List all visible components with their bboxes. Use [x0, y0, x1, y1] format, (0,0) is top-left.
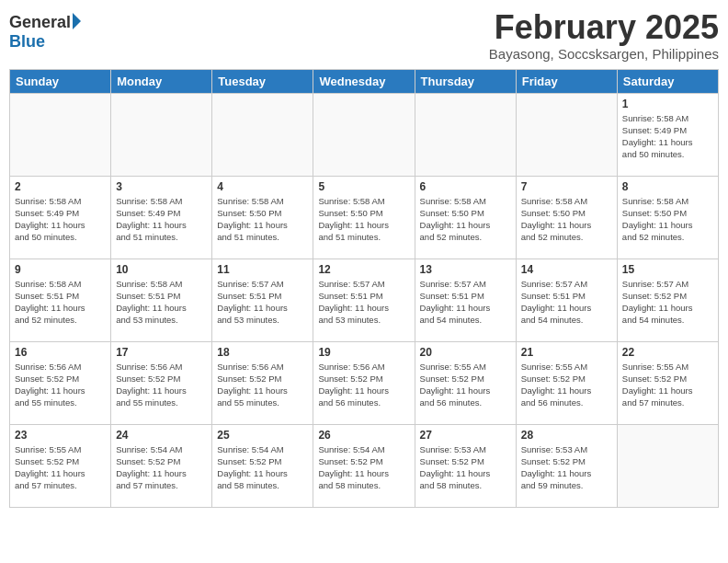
- day-number: 17: [116, 346, 207, 359]
- day-info: Sunrise: 5:57 AM Sunset: 5:51 PM Dayligh…: [217, 278, 308, 327]
- day-info: Sunrise: 5:58 AM Sunset: 5:50 PM Dayligh…: [420, 195, 511, 244]
- day-info: Sunrise: 5:56 AM Sunset: 5:52 PM Dayligh…: [116, 361, 207, 409]
- day-info: Sunrise: 5:55 AM Sunset: 5:52 PM Dayligh…: [15, 443, 106, 492]
- day-number: 16: [15, 346, 106, 359]
- calendar-cell: 5Sunrise: 5:58 AM Sunset: 5:50 PM Daylig…: [313, 176, 415, 259]
- day-number: 7: [521, 180, 612, 193]
- weekday-header: Thursday: [415, 69, 516, 93]
- day-number: 4: [217, 180, 308, 193]
- calendar-cell: 27Sunrise: 5:53 AM Sunset: 5:52 PM Dayli…: [415, 424, 516, 507]
- calendar-week-row: 9Sunrise: 5:58 AM Sunset: 5:51 PM Daylig…: [10, 259, 719, 341]
- calendar-cell: [516, 93, 617, 176]
- day-number: 22: [622, 346, 713, 359]
- month-title: February 2025: [489, 9, 719, 46]
- calendar-week-row: 1Sunrise: 5:58 AM Sunset: 5:49 PM Daylig…: [10, 93, 719, 176]
- calendar-cell: 25Sunrise: 5:54 AM Sunset: 5:52 PM Dayli…: [212, 424, 313, 507]
- calendar-cell: [313, 93, 415, 176]
- day-number: 25: [217, 429, 308, 442]
- day-number: 26: [318, 429, 409, 442]
- calendar-cell: [617, 424, 718, 507]
- location-title: Bayasong, Soccsksargen, Philippines: [489, 46, 719, 62]
- calendar-header-row: SundayMondayTuesdayWednesdayThursdayFrid…: [10, 69, 719, 93]
- calendar-cell: 15Sunrise: 5:57 AM Sunset: 5:52 PM Dayli…: [617, 259, 718, 341]
- day-number: 13: [420, 263, 511, 276]
- day-info: Sunrise: 5:58 AM Sunset: 5:49 PM Dayligh…: [116, 195, 207, 244]
- day-info: Sunrise: 5:54 AM Sunset: 5:52 PM Dayligh…: [318, 443, 409, 492]
- day-info: Sunrise: 5:54 AM Sunset: 5:52 PM Dayligh…: [217, 443, 308, 492]
- page-header: General Blue February 2025 Bayasong, Soc…: [9, 9, 719, 62]
- logo-triangle-icon: [73, 13, 81, 29]
- calendar-cell: 10Sunrise: 5:58 AM Sunset: 5:51 PM Dayli…: [111, 259, 212, 341]
- title-area: February 2025 Bayasong, Soccsksargen, Ph…: [489, 9, 719, 62]
- day-number: 2: [15, 180, 106, 193]
- day-info: Sunrise: 5:53 AM Sunset: 5:52 PM Dayligh…: [521, 443, 612, 492]
- day-info: Sunrise: 5:58 AM Sunset: 5:50 PM Dayligh…: [217, 195, 308, 244]
- day-number: 28: [521, 429, 612, 442]
- day-number: 1: [622, 98, 713, 110]
- day-info: Sunrise: 5:56 AM Sunset: 5:52 PM Dayligh…: [318, 361, 409, 409]
- day-number: 3: [116, 180, 207, 193]
- day-info: Sunrise: 5:58 AM Sunset: 5:50 PM Dayligh…: [521, 195, 612, 244]
- day-info: Sunrise: 5:57 AM Sunset: 5:52 PM Dayligh…: [622, 278, 713, 327]
- day-info: Sunrise: 5:57 AM Sunset: 5:51 PM Dayligh…: [420, 278, 511, 327]
- day-info: Sunrise: 5:58 AM Sunset: 5:49 PM Dayligh…: [622, 112, 713, 161]
- weekday-header: Wednesday: [313, 69, 415, 93]
- calendar-cell: [415, 93, 516, 176]
- calendar-cell: [10, 93, 111, 176]
- day-number: 23: [15, 429, 106, 442]
- calendar-cell: [111, 93, 212, 176]
- day-number: 9: [15, 263, 106, 276]
- day-info: Sunrise: 5:55 AM Sunset: 5:52 PM Dayligh…: [622, 361, 713, 409]
- calendar-cell: 22Sunrise: 5:55 AM Sunset: 5:52 PM Dayli…: [617, 341, 718, 424]
- weekday-header: Saturday: [617, 69, 718, 93]
- calendar-cell: 26Sunrise: 5:54 AM Sunset: 5:52 PM Dayli…: [313, 424, 415, 507]
- day-info: Sunrise: 5:55 AM Sunset: 5:52 PM Dayligh…: [420, 361, 511, 409]
- day-number: 21: [521, 346, 612, 359]
- calendar-cell: 23Sunrise: 5:55 AM Sunset: 5:52 PM Dayli…: [10, 424, 111, 507]
- calendar-cell: 6Sunrise: 5:58 AM Sunset: 5:50 PM Daylig…: [415, 176, 516, 259]
- day-number: 15: [622, 263, 713, 276]
- day-number: 12: [318, 263, 409, 276]
- calendar-cell: 19Sunrise: 5:56 AM Sunset: 5:52 PM Dayli…: [313, 341, 415, 424]
- calendar-cell: 11Sunrise: 5:57 AM Sunset: 5:51 PM Dayli…: [212, 259, 313, 341]
- day-info: Sunrise: 5:58 AM Sunset: 5:51 PM Dayligh…: [15, 278, 106, 327]
- day-info: Sunrise: 5:56 AM Sunset: 5:52 PM Dayligh…: [15, 361, 106, 409]
- day-number: 18: [217, 346, 308, 359]
- day-number: 5: [318, 180, 409, 193]
- calendar-cell: 12Sunrise: 5:57 AM Sunset: 5:51 PM Dayli…: [313, 259, 415, 341]
- calendar-week-row: 16Sunrise: 5:56 AM Sunset: 5:52 PM Dayli…: [10, 341, 719, 424]
- day-number: 6: [420, 180, 511, 193]
- calendar-cell: 24Sunrise: 5:54 AM Sunset: 5:52 PM Dayli…: [111, 424, 212, 507]
- weekday-header: Tuesday: [212, 69, 313, 93]
- calendar-cell: 20Sunrise: 5:55 AM Sunset: 5:52 PM Dayli…: [415, 341, 516, 424]
- day-number: 10: [116, 263, 207, 276]
- logo: General Blue: [9, 9, 81, 52]
- calendar-cell: 3Sunrise: 5:58 AM Sunset: 5:49 PM Daylig…: [111, 176, 212, 259]
- weekday-header: Friday: [516, 69, 617, 93]
- day-info: Sunrise: 5:55 AM Sunset: 5:52 PM Dayligh…: [521, 361, 612, 409]
- weekday-header: Sunday: [10, 69, 111, 93]
- logo-blue: Blue: [9, 32, 45, 52]
- day-info: Sunrise: 5:53 AM Sunset: 5:52 PM Dayligh…: [420, 443, 511, 492]
- day-info: Sunrise: 5:56 AM Sunset: 5:52 PM Dayligh…: [217, 361, 308, 409]
- calendar-week-row: 23Sunrise: 5:55 AM Sunset: 5:52 PM Dayli…: [10, 424, 719, 507]
- day-number: 8: [622, 180, 713, 193]
- day-number: 27: [420, 429, 511, 442]
- calendar-cell: 18Sunrise: 5:56 AM Sunset: 5:52 PM Dayli…: [212, 341, 313, 424]
- calendar-cell: 8Sunrise: 5:58 AM Sunset: 5:50 PM Daylig…: [617, 176, 718, 259]
- calendar-cell: 17Sunrise: 5:56 AM Sunset: 5:52 PM Dayli…: [111, 341, 212, 424]
- day-info: Sunrise: 5:58 AM Sunset: 5:50 PM Dayligh…: [622, 195, 713, 244]
- day-number: 20: [420, 346, 511, 359]
- calendar-cell: 2Sunrise: 5:58 AM Sunset: 5:49 PM Daylig…: [10, 176, 111, 259]
- day-number: 14: [521, 263, 612, 276]
- calendar-cell: 1Sunrise: 5:58 AM Sunset: 5:49 PM Daylig…: [617, 93, 718, 176]
- day-info: Sunrise: 5:58 AM Sunset: 5:50 PM Dayligh…: [318, 195, 409, 244]
- calendar-cell: 4Sunrise: 5:58 AM Sunset: 5:50 PM Daylig…: [212, 176, 313, 259]
- day-number: 11: [217, 263, 308, 276]
- calendar-cell: 28Sunrise: 5:53 AM Sunset: 5:52 PM Dayli…: [516, 424, 617, 507]
- day-info: Sunrise: 5:58 AM Sunset: 5:51 PM Dayligh…: [116, 278, 207, 327]
- day-info: Sunrise: 5:54 AM Sunset: 5:52 PM Dayligh…: [116, 443, 207, 492]
- calendar-week-row: 2Sunrise: 5:58 AM Sunset: 5:49 PM Daylig…: [10, 176, 719, 259]
- calendar-cell: 16Sunrise: 5:56 AM Sunset: 5:52 PM Dayli…: [10, 341, 111, 424]
- day-info: Sunrise: 5:58 AM Sunset: 5:49 PM Dayligh…: [15, 195, 106, 244]
